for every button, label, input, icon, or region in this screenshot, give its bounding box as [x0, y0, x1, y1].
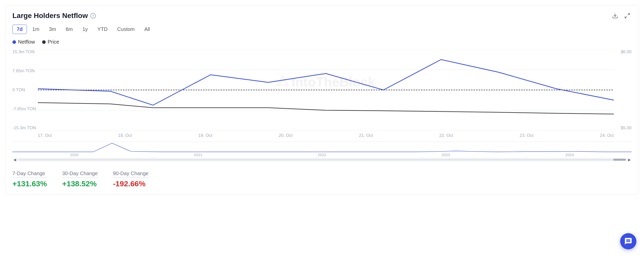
legend-netflow: Netflow — [12, 39, 35, 45]
mini-chart: ◀ ▶ 2020 2021 2022 2023 2024 — [12, 142, 632, 162]
mini-x-2021: 2021 — [194, 153, 202, 157]
svg-line-1 — [628, 13, 630, 15]
y-axis-right: $6.00 $5.00 — [614, 49, 632, 131]
main-card: Large Holders Netflow ? — [5, 5, 639, 194]
mini-x-2022: 2022 — [318, 153, 326, 157]
scroll-left[interactable]: ◀ — [12, 157, 17, 162]
stat-90day-value: -192.66% — [113, 179, 148, 188]
x-label-3: 20. Oct — [279, 133, 293, 138]
main-svg — [38, 49, 614, 131]
filter-7d[interactable]: 7d — [12, 25, 27, 34]
y-right-0: $6.00 — [621, 49, 632, 54]
chat-button[interactable] — [620, 233, 636, 249]
x-axis: 17. Oct 18. Oct 19. Oct 20. Oct 21. Oct … — [38, 131, 614, 141]
y-label-2: 0 TON — [12, 87, 38, 93]
y-right-4: $5.00 — [621, 125, 632, 131]
x-label-0: 17. Oct — [38, 133, 52, 138]
help-icon[interactable]: ? — [90, 13, 96, 19]
mini-x-axis: 2020 2021 2022 2023 2024 — [12, 153, 632, 157]
filter-ytd[interactable]: YTD — [93, 25, 112, 34]
chart-svg-area: IntoTheBlock — [38, 49, 614, 131]
x-label-2: 19. Oct — [198, 133, 212, 138]
stat-7day: 7-Day Change +131.63% — [12, 171, 47, 188]
netflow-label: Netflow — [18, 39, 35, 45]
price-label: Price — [48, 39, 59, 45]
stat-90day: 90-Day Change -192.66% — [113, 171, 148, 188]
time-filter-bar: 7d 1m 3m 6m 1y YTD Custom All — [12, 25, 632, 34]
stat-30day-value: +138.52% — [62, 179, 98, 188]
mini-x-2023: 2023 — [442, 153, 450, 157]
svg-line-2 — [625, 16, 627, 18]
chart-wrapper: 15.3m TON 7.65m TON 0 TON -7.65m TON -15… — [12, 49, 632, 162]
card-header: Large Holders Netflow ? — [12, 11, 632, 20]
filter-custom[interactable]: Custom — [113, 25, 139, 34]
scrollbar-track[interactable] — [18, 159, 626, 161]
header-actions — [611, 11, 632, 20]
stats-section: 7-Day Change +131.63% 30-Day Change +138… — [12, 168, 632, 188]
stat-7day-label: 7-Day Change — [12, 171, 47, 178]
filter-all[interactable]: All — [140, 25, 154, 34]
price-dot — [42, 40, 46, 44]
y-label-1: 7.65m TON — [12, 68, 38, 74]
x-label-1: 18. Oct — [118, 133, 132, 138]
mini-x-2024: 2024 — [565, 153, 574, 157]
filter-1y[interactable]: 1y — [78, 25, 92, 34]
x-label-6: 23. Oct — [520, 133, 534, 138]
stat-90day-label: 90-Day Change — [113, 171, 148, 178]
chart-legend: Netflow Price — [12, 39, 632, 45]
x-label-4: 21. Oct — [359, 133, 373, 138]
download-button[interactable] — [611, 11, 619, 20]
page-title: Large Holders Netflow — [12, 12, 88, 20]
stat-30day-label: 30-Day Change — [62, 171, 98, 178]
expand-button[interactable] — [623, 11, 632, 20]
title-group: Large Holders Netflow ? — [12, 12, 96, 20]
main-chart: 15.3m TON 7.65m TON 0 TON -7.65m TON -15… — [12, 49, 632, 141]
x-label-7: 24. Oct — [600, 133, 614, 138]
y-label-4: -15.3m TON — [12, 125, 38, 131]
stat-30day: 30-Day Change +138.52% — [62, 171, 98, 188]
y-axis-left: 15.3m TON 7.65m TON 0 TON -7.65m TON -15… — [12, 49, 38, 131]
scrollbar-thumb[interactable] — [613, 159, 626, 161]
x-label-5: 22. Oct — [439, 133, 453, 138]
stat-7day-value: +131.63% — [12, 179, 47, 188]
filter-3m[interactable]: 3m — [45, 25, 60, 34]
y-label-0: 15.3m TON — [12, 49, 38, 54]
scroll-right[interactable]: ▶ — [627, 157, 632, 162]
scrollbar-container: ◀ ▶ — [12, 157, 632, 162]
legend-price: Price — [42, 39, 59, 45]
filter-6m[interactable]: 6m — [61, 25, 77, 34]
y-label-3: -7.65m TON — [12, 106, 38, 112]
filter-1m[interactable]: 1m — [28, 25, 44, 34]
netflow-dot — [12, 40, 16, 44]
mini-x-2020: 2020 — [70, 153, 78, 157]
